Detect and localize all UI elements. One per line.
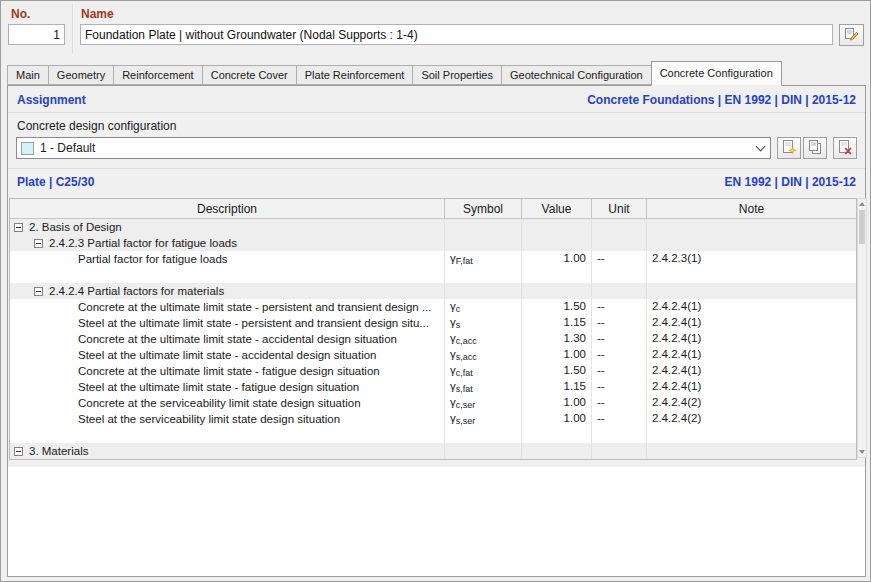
table-row[interactable]: Steel at the ultimate limit state - pers… bbox=[10, 315, 856, 331]
cell-value[interactable]: 1.15 bbox=[522, 379, 592, 395]
tab-concrete-configuration[interactable]: Concrete Configuration bbox=[651, 61, 782, 86]
assignment-title: Assignment bbox=[17, 93, 86, 107]
table-row[interactable]: Steel at the ultimate limit state - acci… bbox=[10, 347, 856, 363]
tab-geometry[interactable]: Geometry bbox=[48, 65, 114, 85]
column-header-description: Description bbox=[10, 199, 445, 218]
cell-description: 2. Basis of Design bbox=[10, 219, 445, 235]
cell-unit: -- bbox=[592, 379, 647, 395]
cell-description: Concrete at the ultimate limit state - a… bbox=[10, 331, 445, 347]
no-input[interactable] bbox=[8, 24, 65, 45]
table-header: Description Symbol Value Unit Note bbox=[10, 199, 856, 219]
table-row[interactable]: Steel at the ultimate limit state - fati… bbox=[10, 379, 856, 395]
cell-value[interactable]: 1.00 bbox=[522, 347, 592, 363]
cell-unit bbox=[592, 283, 647, 299]
tab-main[interactable]: Main bbox=[7, 65, 49, 85]
cell-unit: -- bbox=[592, 251, 647, 267]
cell-symbol: γs bbox=[445, 315, 522, 331]
copy-config-button[interactable] bbox=[803, 137, 827, 159]
cell-unit: -- bbox=[592, 363, 647, 379]
cell-note bbox=[647, 283, 856, 299]
name-input[interactable] bbox=[80, 24, 833, 45]
cell-description: 2.4.2.4 Partial factors for materials bbox=[10, 283, 445, 299]
config-value: 1 - Default bbox=[40, 141, 95, 155]
cell-value bbox=[522, 235, 592, 251]
new-document-icon bbox=[781, 139, 797, 158]
cell-value[interactable]: 1.30 bbox=[522, 331, 592, 347]
cell-value[interactable]: 1.00 bbox=[522, 251, 592, 267]
cell-note: 2.4.2.4(1) bbox=[647, 331, 856, 347]
new-config-button[interactable] bbox=[777, 137, 801, 159]
column-header-symbol: Symbol bbox=[445, 199, 522, 218]
table-spacer-row bbox=[10, 267, 856, 283]
cell-unit: -- bbox=[592, 299, 647, 315]
cell-unit bbox=[592, 235, 647, 251]
cell-symbol: γc,ser bbox=[445, 395, 522, 411]
cell-value[interactable]: 1.15 bbox=[522, 315, 592, 331]
cell-value bbox=[522, 427, 592, 443]
table-group-row[interactable]: 2.4.2.4 Partial factors for materials bbox=[10, 283, 856, 299]
column-header-note: Note bbox=[647, 199, 856, 218]
collapse-toggle-icon[interactable] bbox=[14, 223, 23, 232]
cell-value[interactable]: 1.50 bbox=[522, 299, 592, 315]
config-combobox[interactable]: 1 - Default bbox=[16, 137, 771, 159]
tab-soil-properties[interactable]: Soil Properties bbox=[412, 65, 502, 85]
vertical-scrollbar[interactable] bbox=[857, 198, 867, 458]
cell-note: 2.4.2.4(1) bbox=[647, 315, 856, 331]
tab-geotechnical-configuration[interactable]: Geotechnical Configuration bbox=[501, 65, 652, 85]
collapse-toggle-icon[interactable] bbox=[14, 447, 23, 456]
cell-note: 2.4.2.4(1) bbox=[647, 347, 856, 363]
cell-description bbox=[10, 427, 445, 443]
standard-subtitle: EN 1992 | DIN | 2015-12 bbox=[725, 175, 856, 189]
chevron-down-icon bbox=[750, 138, 770, 158]
cell-unit: -- bbox=[592, 395, 647, 411]
table-row[interactable]: Partial factor for fatigue loadsγF,fat1.… bbox=[10, 251, 856, 267]
table-row[interactable]: Concrete at the ultimate limit state - f… bbox=[10, 363, 856, 379]
table-row[interactable]: Concrete at the ultimate limit state - a… bbox=[10, 331, 856, 347]
table-row[interactable]: Concrete at the ultimate limit state - p… bbox=[10, 299, 856, 315]
table-group-row[interactable]: 2. Basis of Design bbox=[10, 219, 856, 235]
cell-symbol bbox=[445, 427, 522, 443]
cell-symbol: γs,acc bbox=[445, 347, 522, 363]
cell-note: 2.4.2.4(1) bbox=[647, 299, 856, 315]
details-panel bbox=[8, 467, 865, 576]
cell-unit: -- bbox=[592, 347, 647, 363]
cell-description: Steel at the serviceability limit state … bbox=[10, 411, 445, 427]
scroll-down-icon[interactable] bbox=[858, 447, 866, 457]
collapse-toggle-icon[interactable] bbox=[34, 287, 43, 296]
cell-note bbox=[647, 235, 856, 251]
table-group-row[interactable]: 2.4.2.3 Partial factor for fatigue loads bbox=[10, 235, 856, 251]
delete-document-icon bbox=[837, 139, 853, 158]
table-group-row[interactable]: 3. Materials bbox=[10, 443, 856, 459]
cell-unit: -- bbox=[592, 331, 647, 347]
cell-value[interactable]: 1.00 bbox=[522, 411, 592, 427]
cell-value[interactable]: 1.00 bbox=[522, 395, 592, 411]
concrete-design-configuration-dialog: No. Name MainGeometryReinforcementConcre… bbox=[0, 0, 871, 582]
cell-symbol bbox=[445, 235, 522, 251]
collapse-toggle-icon[interactable] bbox=[34, 239, 43, 248]
cell-description: 3. Materials bbox=[10, 443, 445, 459]
cell-value[interactable]: 1.50 bbox=[522, 363, 592, 379]
cell-symbol bbox=[445, 443, 522, 459]
edit-name-button[interactable] bbox=[839, 24, 864, 46]
config-table: Description Symbol Value Unit Note 2. Ba… bbox=[9, 198, 857, 460]
tab-plate-reinforcement[interactable]: Plate Reinforcement bbox=[296, 65, 414, 85]
table-spacer-row bbox=[10, 427, 856, 443]
cell-description bbox=[10, 267, 445, 283]
scrollbar-thumb[interactable] bbox=[859, 210, 865, 244]
tab-bar: MainGeometryReinforcementConcrete CoverP… bbox=[7, 61, 864, 86]
pencil-icon bbox=[844, 26, 859, 44]
header-divider bbox=[72, 4, 73, 54]
cell-note: 2.4.2.3(1) bbox=[647, 251, 856, 267]
cell-value bbox=[522, 443, 592, 459]
tab-reinforcement[interactable]: Reinforcement bbox=[113, 65, 203, 85]
delete-config-button[interactable] bbox=[833, 137, 857, 159]
tab-concrete-cover[interactable]: Concrete Cover bbox=[202, 65, 297, 85]
cell-note bbox=[647, 267, 856, 283]
copy-document-icon bbox=[807, 139, 823, 158]
name-label: Name bbox=[81, 7, 114, 21]
scroll-up-icon[interactable] bbox=[858, 199, 866, 209]
column-header-value: Value bbox=[522, 199, 592, 218]
cell-unit bbox=[592, 427, 647, 443]
table-row[interactable]: Concrete at the serviceability limit sta… bbox=[10, 395, 856, 411]
table-row[interactable]: Steel at the serviceability limit state … bbox=[10, 411, 856, 427]
